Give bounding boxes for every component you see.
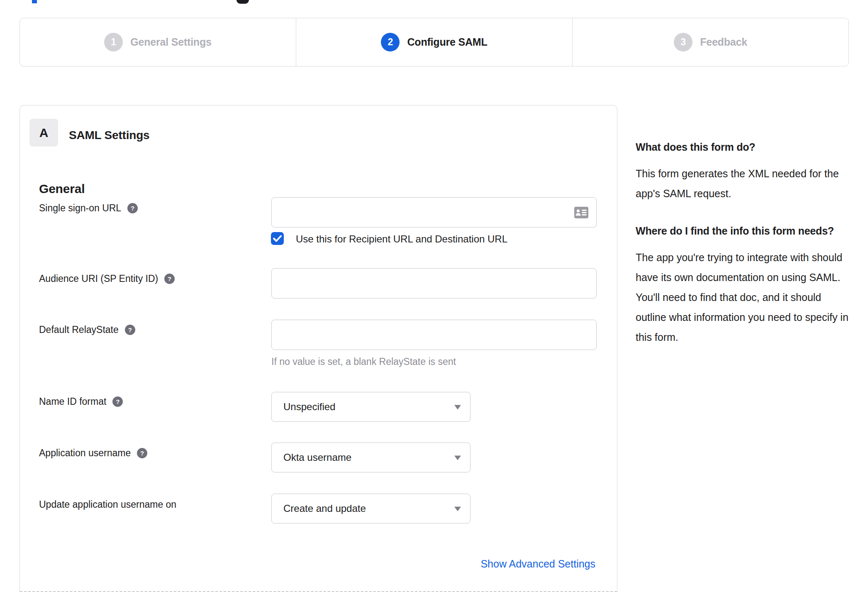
show-advanced-settings-link[interactable]: Show Advanced Settings xyxy=(480,558,595,570)
help-icon[interactable]: ? xyxy=(125,325,135,335)
help-icon[interactable]: ? xyxy=(164,274,175,284)
checkmark-icon xyxy=(273,235,282,242)
application-username-select[interactable]: Okta username xyxy=(271,443,471,472)
step-number-circle: 1 xyxy=(104,33,123,51)
update-app-username-value: Create and update xyxy=(283,503,366,514)
saml-settings-panel: A SAML Settings General Single sign-on U… xyxy=(20,105,617,592)
help-icon[interactable]: ? xyxy=(127,203,138,213)
default-relaystate-input-wrap xyxy=(271,320,597,350)
application-username-label-text: Application username xyxy=(39,448,131,459)
chevron-down-icon xyxy=(454,456,461,460)
step-configure-saml[interactable]: 2 Configure SAML xyxy=(296,18,572,66)
help-icon[interactable]: ? xyxy=(137,448,147,458)
help-heading: What does this form do? xyxy=(636,137,849,157)
audience-uri-label: Audience URI (SP Entity ID) ? xyxy=(39,273,175,284)
default-relaystate-label-text: Default RelayState xyxy=(39,324,119,335)
relaystate-hint: If no value is set, a blank RelayState i… xyxy=(271,356,456,367)
step-number-circle: 2 xyxy=(381,33,400,51)
step-label: General Settings xyxy=(130,36,211,48)
step-label: Feedback xyxy=(700,36,747,48)
cutoff-dark-glyph-fragment xyxy=(237,0,249,4)
help-sidebar: What does this form do? This form genera… xyxy=(636,137,849,347)
audience-uri-input-wrap xyxy=(271,268,597,298)
recipient-url-checkbox-label: Use this for Recipient URL and Destinati… xyxy=(296,233,507,245)
sso-url-input[interactable] xyxy=(271,197,597,228)
audience-uri-input[interactable] xyxy=(271,268,597,298)
help-heading: Where do I find the info this form needs… xyxy=(636,221,849,241)
help-section-what: What does this form do? This form genera… xyxy=(636,137,849,203)
help-body: The app you're trying to integrate with … xyxy=(636,247,849,347)
step-number-circle: 3 xyxy=(674,33,692,51)
step-general-settings[interactable]: 1 General Settings xyxy=(20,18,296,66)
general-section-title: General xyxy=(39,182,85,196)
application-username-value: Okta username xyxy=(283,452,351,463)
panel-title: SAML Settings xyxy=(69,129,149,142)
default-relaystate-input[interactable] xyxy=(271,320,597,350)
help-section-where: Where do I find the info this form needs… xyxy=(636,221,849,347)
recipient-url-checkbox[interactable] xyxy=(271,232,284,245)
step-feedback[interactable]: 3 Feedback xyxy=(572,18,848,66)
cutoff-blue-fragment xyxy=(32,0,37,3)
name-id-format-select[interactable]: Unspecified xyxy=(271,392,471,422)
contact-card-icon[interactable] xyxy=(574,207,588,218)
update-app-username-label: Update application username on xyxy=(39,499,176,510)
section-a-badge: A xyxy=(29,119,58,147)
help-body: This form generates the XML needed for t… xyxy=(636,164,849,203)
audience-uri-label-text: Audience URI (SP Entity ID) xyxy=(39,273,158,284)
name-id-format-label-text: Name ID format xyxy=(39,396,106,407)
name-id-format-value: Unspecified xyxy=(283,401,335,413)
update-app-username-label-text: Update application username on xyxy=(39,499,176,510)
default-relaystate-label: Default RelayState ? xyxy=(39,324,135,335)
sso-url-label-text: Single sign-on URL xyxy=(39,203,121,214)
chevron-down-icon xyxy=(454,507,461,511)
sso-url-label: Single sign-on URL ? xyxy=(39,202,138,214)
update-app-username-select[interactable]: Create and update xyxy=(271,494,471,524)
sso-url-input-wrap xyxy=(271,197,597,228)
chevron-down-icon xyxy=(454,405,461,410)
wizard-stepper: 1 General Settings 2 Configure SAML 3 Fe… xyxy=(20,18,849,66)
help-icon[interactable]: ? xyxy=(112,396,123,407)
step-label: Configure SAML xyxy=(407,36,487,48)
name-id-format-label: Name ID format ? xyxy=(39,396,123,407)
application-username-label: Application username ? xyxy=(39,447,147,459)
